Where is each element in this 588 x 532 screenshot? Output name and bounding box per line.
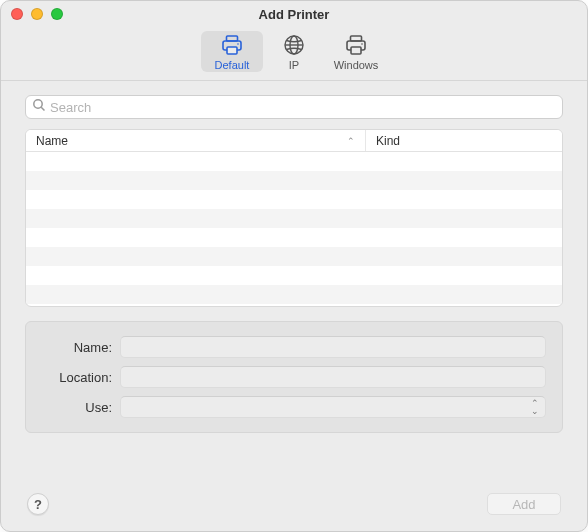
zoom-icon[interactable] <box>51 8 63 20</box>
use-popup[interactable]: ⌃⌄ <box>120 396 546 418</box>
sort-ascending-icon: ⌃ <box>347 136 355 146</box>
search-field-wrap[interactable] <box>25 95 563 119</box>
table-row <box>26 171 562 190</box>
table-header: Name ⌃ Kind <box>26 130 562 152</box>
column-header-kind[interactable]: Kind <box>366 130 562 151</box>
printer-icon <box>218 33 246 57</box>
table-row <box>26 209 562 228</box>
use-label: Use: <box>34 400 112 415</box>
table-row <box>26 247 562 266</box>
window-title: Add Printer <box>259 7 330 22</box>
window-controls <box>11 8 63 20</box>
tab-ip[interactable]: IP <box>263 31 325 72</box>
name-field[interactable] <box>120 336 546 358</box>
tab-default-label: Default <box>215 59 250 71</box>
printer-details-panel: Name: Location: Use: ⌃⌄ <box>25 321 563 433</box>
printer-windows-icon <box>342 33 370 57</box>
svg-point-10 <box>361 43 363 45</box>
svg-point-3 <box>237 43 239 45</box>
form-row-location: Location: <box>34 366 546 388</box>
column-header-name[interactable]: Name ⌃ <box>26 130 366 151</box>
column-header-kind-label: Kind <box>376 134 400 148</box>
tab-windows[interactable]: Windows <box>325 31 387 72</box>
close-icon[interactable] <box>11 8 23 20</box>
table-row <box>26 228 562 247</box>
column-header-name-label: Name <box>36 134 68 148</box>
table-row <box>26 190 562 209</box>
add-printer-window: Add Printer Default <box>0 0 588 532</box>
search-icon <box>32 98 46 116</box>
titlebar: Add Printer <box>1 1 587 27</box>
svg-point-11 <box>34 100 42 108</box>
tab-ip-label: IP <box>289 59 299 71</box>
table-body <box>26 152 562 306</box>
form-row-name: Name: <box>34 336 546 358</box>
location-field[interactable] <box>120 366 546 388</box>
updown-chevron-icon: ⌃⌄ <box>531 399 539 415</box>
table-row <box>26 266 562 285</box>
globe-icon <box>280 33 308 57</box>
svg-rect-2 <box>227 47 237 54</box>
table-row <box>26 152 562 171</box>
content-area: Name ⌃ Kind Name: <box>1 81 587 531</box>
table-row <box>26 285 562 304</box>
location-label: Location: <box>34 370 112 385</box>
footer: ? Add <box>25 493 563 517</box>
search-input[interactable] <box>50 100 556 115</box>
printer-table: Name ⌃ Kind <box>25 129 563 307</box>
tab-default[interactable]: Default <box>201 31 263 72</box>
add-button: Add <box>487 493 561 515</box>
minimize-icon[interactable] <box>31 8 43 20</box>
toolbar: Default IP <box>1 27 587 81</box>
tab-windows-label: Windows <box>334 59 379 71</box>
help-button[interactable]: ? <box>27 493 49 515</box>
name-label: Name: <box>34 340 112 355</box>
svg-rect-9 <box>351 47 361 54</box>
form-row-use: Use: ⌃⌄ <box>34 396 546 418</box>
svg-line-12 <box>41 107 44 110</box>
